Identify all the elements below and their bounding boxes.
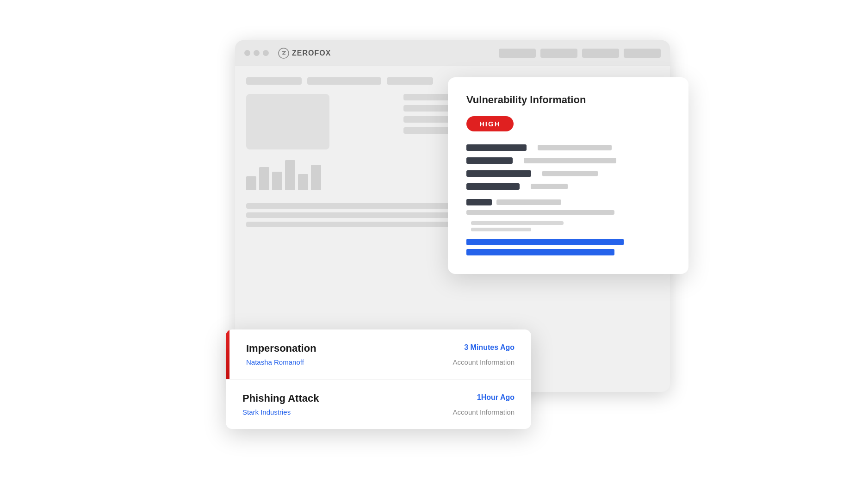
alert-title-phishing: Phishing Attack bbox=[242, 392, 453, 404]
vuln-chart-gray-1 bbox=[466, 210, 614, 215]
placeholder-2 bbox=[307, 77, 381, 85]
alert-time-phishing: 1Hour Ago bbox=[453, 392, 515, 404]
vulnerability-card: Vulnerability Information HIGH bbox=[448, 77, 688, 274]
vuln-value-4 bbox=[531, 184, 568, 189]
browser-controls bbox=[244, 50, 269, 56]
chart-bar-1 bbox=[246, 176, 256, 190]
vuln-value-1 bbox=[538, 145, 612, 150]
browser-dot-yellow bbox=[254, 50, 260, 56]
nav-pills bbox=[499, 49, 661, 58]
zerofox-text: ZEROFOX bbox=[292, 49, 331, 57]
vuln-chart-row-2 bbox=[466, 210, 670, 215]
alerts-card: Impersonation 3 Minutes Ago Natasha Roma… bbox=[226, 329, 531, 429]
bg-left bbox=[246, 94, 394, 190]
scene: ZEROFOX bbox=[180, 40, 688, 457]
chart-area bbox=[246, 153, 394, 190]
vuln-blue-bar-2 bbox=[466, 249, 614, 255]
vuln-sm-bar-2 bbox=[471, 228, 531, 231]
vuln-title: Vulnerability Information bbox=[466, 94, 670, 106]
alert-title-impersonation: Impersonation bbox=[242, 342, 453, 354]
vuln-blue-bar-1 bbox=[466, 239, 624, 245]
vuln-value-2 bbox=[524, 158, 616, 163]
alert-actor-impersonation[interactable]: Natasha Romanoff bbox=[242, 358, 453, 366]
vuln-row-4 bbox=[466, 183, 670, 190]
chart-bar-4 bbox=[285, 160, 295, 190]
vuln-label-2 bbox=[466, 157, 513, 164]
placeholder-card bbox=[246, 94, 329, 149]
zerofox-icon bbox=[278, 48, 289, 59]
vuln-value-3 bbox=[542, 171, 598, 176]
alert-item-phishing: Phishing Attack 1Hour Ago Stark Industri… bbox=[226, 379, 531, 429]
browser-dot-green bbox=[263, 50, 269, 56]
vuln-sm-bar-1 bbox=[471, 221, 564, 225]
nav-pill-1 bbox=[499, 49, 536, 58]
nav-pill-2 bbox=[540, 49, 577, 58]
vuln-rows bbox=[466, 144, 670, 190]
placeholder-3 bbox=[387, 77, 433, 85]
vuln-chart-row-1 bbox=[466, 199, 670, 205]
nav-pill-4 bbox=[624, 49, 661, 58]
chart-bar-3 bbox=[272, 172, 282, 190]
alert-category-phishing: Account Information bbox=[453, 408, 515, 416]
browser-toolbar: ZEROFOX bbox=[235, 40, 670, 66]
nav-pill-3 bbox=[582, 49, 619, 58]
vuln-row-2 bbox=[466, 157, 670, 164]
vuln-chart-label-1 bbox=[466, 199, 492, 205]
vuln-small-bars bbox=[466, 221, 670, 231]
chart-bar-2 bbox=[259, 167, 269, 190]
chart-bar-6 bbox=[311, 165, 321, 190]
vuln-label-4 bbox=[466, 183, 520, 190]
vuln-label-1 bbox=[466, 144, 527, 151]
severity-badge: HIGH bbox=[466, 116, 514, 131]
alert-actor-phishing[interactable]: Stark Industries bbox=[242, 408, 453, 416]
placeholder-1 bbox=[246, 77, 302, 85]
alert-red-bar bbox=[226, 329, 229, 379]
vuln-blue-bars bbox=[466, 239, 670, 255]
vuln-row-3 bbox=[466, 170, 670, 177]
vuln-chart-section bbox=[466, 199, 670, 255]
alert-category-impersonation: Account Information bbox=[453, 358, 515, 366]
browser-dot-red bbox=[244, 50, 250, 56]
alert-time-impersonation: 3 Minutes Ago bbox=[453, 342, 515, 354]
alert-item-impersonation: Impersonation 3 Minutes Ago Natasha Roma… bbox=[226, 329, 531, 379]
vuln-row-1 bbox=[466, 144, 670, 151]
vuln-chart-val-1 bbox=[496, 199, 561, 205]
vuln-label-3 bbox=[466, 170, 531, 177]
zerofox-logo: ZEROFOX bbox=[278, 48, 331, 59]
chart-bar-5 bbox=[298, 174, 308, 190]
